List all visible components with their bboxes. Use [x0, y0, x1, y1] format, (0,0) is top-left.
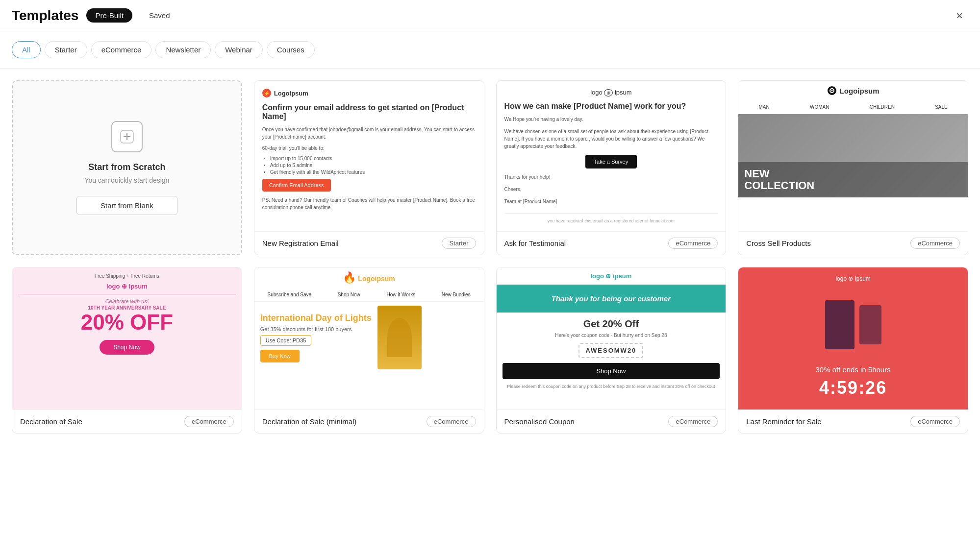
coupon-hero: Thank you for being our customer: [497, 285, 726, 313]
nav-man: MAN: [758, 104, 769, 110]
start-from-blank-button[interactable]: Start from Blank: [76, 196, 177, 215]
card-badge-crosssell: eCommerce: [910, 238, 960, 249]
template-card-reminder[interactable]: logo ⊕ ipsum 30% off ends in 5hours 4:59…: [738, 267, 968, 434]
svg-point-5: [831, 90, 832, 92]
template-preview-testimonial: logo ⊕ ipsum How we can make [Product Na…: [497, 81, 726, 231]
template-card-crosssell[interactable]: Logoipsum MAN WOMAN CHILDREN SALE NEWCOL…: [738, 80, 968, 255]
bottle-2: [859, 305, 881, 344]
template-card-coupon[interactable]: logo ⊕ ipsum Thank you for being our cus…: [496, 267, 727, 434]
coupon-footer: Please redeem this coupon code on any pr…: [503, 384, 720, 389]
saleminimal-logo: 🔥 Logoipsum: [254, 267, 484, 288]
card-title-reminder: Last Reminder for Sale: [746, 417, 821, 426]
coupon-logo: logo ⊕ ipsum: [497, 267, 726, 285]
testi-p2: We have chosen as one of a small set of …: [504, 128, 718, 150]
cross-hero-image: NEWCOLLECTION: [738, 114, 968, 197]
reg-logo-text: Logoipsum: [274, 90, 308, 97]
template-preview-sale-minimal: 🔥 Logoipsum Subscribe and Save Shop Now …: [254, 267, 484, 409]
card-title-testimonial: Ask for Testimonial: [504, 239, 566, 247]
sale-off-text: 20% OFF: [18, 311, 236, 334]
saleminimal-lamp-image: [377, 306, 422, 369]
template-grid: Start from Scratch You can quickly start…: [0, 69, 980, 445]
reminder-off-text: 30% off ends in 5hours: [746, 365, 960, 374]
reg-list-item-1: Import up to 15,000 contacts: [270, 156, 476, 161]
reg-ps: PS: Need a hand? Our friendly team of Co…: [262, 196, 476, 211]
filter-bar: AllStartereCommerceNewsletterWebinarCour…: [0, 31, 980, 69]
card-badge-testimonial: eCommerce: [668, 238, 718, 249]
bottle-1: [825, 300, 854, 349]
scratch-subtitle: You can quickly start design: [84, 176, 169, 184]
cross-hero-text: NEWCOLLECTION: [744, 168, 962, 192]
close-button[interactable]: ×: [951, 7, 968, 24]
filter-tab-courses[interactable]: Courses: [267, 41, 315, 58]
testi-logo: logo ⊕ ipsum: [504, 89, 718, 96]
template-card-sale[interactable]: Free Shipping + Free Returns logo ⊕ ipsu…: [12, 267, 242, 434]
confirm-email-button[interactable]: Confirm Email Address: [262, 179, 331, 192]
reg-heading: Confirm your email address to get starte…: [262, 103, 476, 121]
filter-tab-ecommerce[interactable]: eCommerce: [91, 41, 152, 58]
card-badge-sale-minimal: eCommerce: [427, 416, 476, 427]
card-footer-sale-minimal: Declaration of Sale (minimal) eCommerce: [254, 409, 484, 433]
testi-footer-divider: you have received this email as a regist…: [504, 213, 718, 223]
header-left: Templates Pre-Built Saved: [12, 8, 179, 24]
filter-tab-newsletter[interactable]: Newsletter: [155, 41, 211, 58]
saleminimal-code: Use Code: PD35: [260, 335, 312, 346]
card-title-coupon: Personalised Coupon: [504, 417, 575, 426]
card-footer-coupon: Personalised Coupon eCommerce: [497, 409, 726, 433]
card-badge-registration: Starter: [442, 238, 476, 249]
nav-children: CHILDREN: [870, 104, 895, 110]
card-footer-testimonial: Ask for Testimonial eCommerce: [497, 231, 726, 255]
sale-free-ship: Free Shipping + Free Returns: [18, 273, 236, 279]
nav-woman: WOMAN: [810, 104, 829, 110]
scratch-title: Start from Scratch: [88, 162, 165, 172]
saleminimal-content: International Day of Lights Get 35% disc…: [254, 302, 484, 373]
reg-list-item-3: Get friendly with all the WildApricot fe…: [270, 169, 476, 175]
saleminimal-heading: International Day of Lights: [260, 313, 372, 323]
card-footer-crosssell: Cross Sell Products eCommerce: [738, 231, 968, 255]
take-survey-button[interactable]: Take a Survey: [585, 155, 637, 169]
template-preview-registration: ⚡ Logoipsum Confirm your email address t…: [254, 81, 484, 231]
card-footer-sale: Declaration of Sale eCommerce: [12, 409, 242, 433]
reg-list: Import up to 15,000 contacts Add up to 5…: [270, 156, 476, 175]
coupon-offer: Get 20% Off Here's your coupon code - Bu…: [497, 313, 726, 400]
add-icon: [111, 121, 143, 152]
cross-logo: Logoipsum: [738, 81, 968, 100]
card-badge-sale: eCommerce: [184, 416, 234, 427]
page-title: Templates: [12, 8, 78, 24]
template-card-sale-minimal[interactable]: 🔥 Logoipsum Subscribe and Save Shop Now …: [254, 267, 484, 434]
saleminimal-sub: Get 35% discounts for first 100 buyers: [260, 326, 372, 332]
reg-p1: Once you have confirmed that johndoe@gma…: [262, 126, 476, 141]
reminder-perfume-image: [746, 288, 960, 361]
shop-now-button-sale[interactable]: Shop Now: [100, 340, 154, 355]
template-card-new-registration[interactable]: ⚡ Logoipsum Confirm your email address t…: [254, 80, 484, 255]
template-preview-reminder: logo ⊕ ipsum 30% off ends in 5hours 4:59…: [738, 267, 968, 409]
filter-tab-webinar[interactable]: Webinar: [215, 41, 263, 58]
nav-subscribe: Subscribe and Save: [268, 292, 312, 297]
nav-shopnow: Shop Now: [338, 292, 360, 297]
card-title-sale: Declaration of Sale: [20, 417, 82, 426]
sale-celebrate: Celebrate with us!: [18, 298, 236, 304]
card-title-registration: New Registration Email: [262, 239, 339, 247]
shop-now-button-coupon[interactable]: Shop Now: [503, 363, 720, 379]
filter-tab-all[interactable]: All: [12, 41, 41, 58]
template-card-testimonial[interactable]: logo ⊕ ipsum How we can make [Product Na…: [496, 80, 727, 255]
testi-team: Team at [Product Name]: [504, 198, 718, 205]
tab-prebuilt[interactable]: Pre-Built: [86, 8, 132, 23]
card-footer-reminder: Last Reminder for Sale eCommerce: [738, 409, 968, 433]
saleminimal-nav: Subscribe and Save Shop Now How it Works…: [254, 288, 484, 302]
scratch-from-scratch-card[interactable]: Start from Scratch You can quickly start…: [12, 80, 242, 255]
filter-tab-starter[interactable]: Starter: [45, 41, 87, 58]
nav-bundles: New Bundles: [442, 292, 471, 297]
reminder-timer: 4:59:26: [746, 378, 960, 398]
sale-logo: logo ⊕ ipsum: [18, 283, 236, 290]
tab-saved[interactable]: Saved: [140, 8, 179, 23]
coupon-code-display: AWESOMW20: [578, 343, 643, 358]
template-preview-sale: Free Shipping + Free Returns logo ⊕ ipsu…: [12, 267, 242, 409]
template-preview-coupon: logo ⊕ ipsum Thank you for being our cus…: [497, 267, 726, 409]
nav-howworks: How it Works: [386, 292, 415, 297]
header: Templates Pre-Built Saved ×: [0, 0, 980, 31]
reminder-logo: logo ⊕ ipsum: [746, 275, 960, 282]
card-title-sale-minimal: Declaration of Sale (minimal): [262, 417, 357, 426]
buy-now-button[interactable]: Buy Now: [260, 350, 300, 362]
cross-nav: MAN WOMAN CHILDREN SALE: [738, 100, 968, 114]
testi-p1: We Hope you're having a lovely day.: [504, 116, 718, 123]
